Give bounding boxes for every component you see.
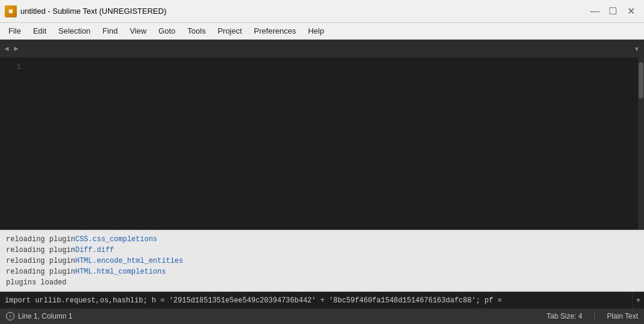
input-dropdown-icon[interactable]: ▼ [632,292,644,308]
main-area: 1 reloading plugin CSS.css_completions r… [0,58,644,324]
menu-item-preferences[interactable]: Preferences [248,25,302,37]
console-highlight: Diff.diff [75,245,114,256]
menu-item-tools[interactable]: Tools [181,25,211,37]
console-highlight: HTML.encode_html_entities [75,256,183,266]
close-button[interactable]: ✕ [622,4,639,19]
input-bar: ▼ [0,292,644,308]
title-bar: ▣ untitled - Sublime Text (UNREGISTERED)… [0,0,644,23]
app-icon: ▣ [5,5,17,17]
line-number-1: 1 [0,61,21,73]
status-separator [594,312,595,320]
window-title: untitled - Sublime Text (UNREGISTERED) [20,7,586,16]
command-input[interactable] [0,292,632,308]
status-icon: i [6,312,14,320]
menu-item-file[interactable]: File [2,25,27,37]
menu-item-view[interactable]: View [124,25,152,37]
console-text: reloading plugin [6,266,75,277]
console-line-4: reloading plugin HTML.html_completions [6,266,638,277]
tab-size[interactable]: Tab Size: 4 [547,312,582,320]
minimize-button[interactable]: — [586,4,603,19]
status-position: Line 1, Column 1 [18,312,73,320]
console-line-5: plugins loaded [6,277,638,288]
editor-content[interactable] [27,58,638,230]
vertical-scrollbar[interactable] [638,58,644,230]
tab-nav-right-icon[interactable]: ► [12,44,20,53]
window-controls: — ☐ ✕ [586,4,639,19]
scrollbar-thumb[interactable] [639,62,643,98]
tab-nav-left-icon[interactable]: ◄ [2,44,11,53]
menu-item-goto[interactable]: Goto [152,25,181,37]
console-text: reloading plugin [6,234,75,245]
editor-area: 1 [0,58,644,230]
line-numbers: 1 [0,58,27,230]
menu-bar: FileEditSelectionFindViewGotoToolsProjec… [0,23,644,40]
console-line-3: reloading plugin HTML.encode_html_entiti… [6,256,638,266]
tab-dropdown-icon[interactable]: ▼ [632,44,642,53]
console-text: plugins loaded [6,277,67,288]
console-highlight: CSS.css_completions [75,234,157,245]
menu-item-selection[interactable]: Selection [52,25,96,37]
menu-item-edit[interactable]: Edit [27,25,52,37]
console-text: reloading plugin [6,245,75,256]
menu-item-find[interactable]: Find [97,25,124,37]
console-line-2: reloading plugin Diff.diff [6,245,638,256]
console-line-1: reloading plugin CSS.css_completions [6,234,638,245]
console-text: reloading plugin [6,256,75,266]
syntax-label[interactable]: Plain Text [607,312,638,320]
menu-item-project[interactable]: Project [212,25,248,37]
console-highlight: HTML.html_completions [75,266,166,277]
console-panel: reloading plugin CSS.css_completions rel… [0,230,644,292]
status-bar: i Line 1, Column 1 Tab Size: 4 Plain Tex… [0,308,644,324]
menu-item-help[interactable]: Help [302,25,330,37]
status-right: Tab Size: 4 Plain Text [547,312,638,320]
tab-bar: ◄ ► ▼ [0,40,644,58]
maximize-button[interactable]: ☐ [604,4,621,19]
status-position-group: i Line 1, Column 1 [6,312,73,320]
